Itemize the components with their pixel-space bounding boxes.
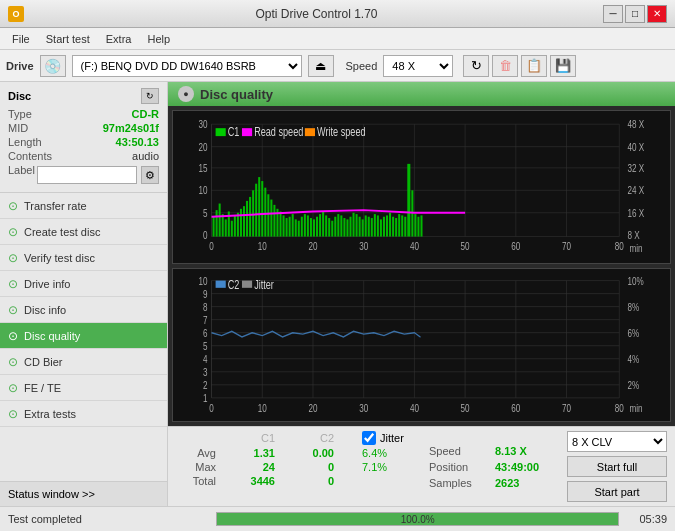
svg-rect-65 [295,219,297,236]
minimize-button[interactable]: ─ [603,5,623,23]
svg-rect-67 [301,217,303,237]
content-area: ● Disc quality [168,82,675,506]
svg-text:30: 30 [359,240,368,252]
svg-rect-83 [349,217,351,237]
disc-title-row: Disc ↻ [8,88,159,104]
svg-text:6: 6 [203,327,208,340]
sidebar-item-label: Extra tests [24,408,76,420]
max-label: Max [176,461,216,473]
eject-button[interactable]: ⏏ [308,55,334,77]
disc-type-label: Type [8,108,32,120]
c2-chart-svg: 10 9 8 7 6 5 4 3 2 1 0 10 20 30 40 50 [173,269,670,421]
avg-label: Avg [176,447,216,459]
sidebar-item-transfer-rate[interactable]: ⊙ Transfer rate [0,193,167,219]
svg-text:4: 4 [203,353,208,366]
sidebar-item-label: Disc quality [24,330,80,342]
disc-label-input[interactable] [37,166,137,184]
svg-text:30: 30 [359,402,368,415]
sidebar-item-label: Drive info [24,278,70,290]
sidebar-item-disc-info[interactable]: ⊙ Disc info [0,297,167,323]
svg-text:10%: 10% [627,274,643,287]
eraser-button[interactable]: 🗑 [492,55,518,77]
sidebar-item-create-test-disc[interactable]: ⊙ Create test disc [0,219,167,245]
svg-rect-49 [246,201,248,237]
start-full-button[interactable]: Start full [567,456,667,477]
window-controls: ─ □ ✕ [603,5,667,23]
svg-rect-91 [374,214,376,236]
svg-rect-53 [258,177,260,236]
transfer-rate-icon: ⊙ [8,199,18,213]
svg-rect-100 [401,215,403,236]
refresh-button[interactable]: ↻ [463,55,489,77]
drive-select[interactable]: (F:) BENQ DVD DD DW1640 BSRB [72,55,302,77]
svg-text:60: 60 [511,402,520,415]
menu-extra[interactable]: Extra [98,31,140,47]
svg-text:24 X: 24 X [627,184,644,196]
menu-bar: File Start test Extra Help [0,28,675,50]
save-button[interactable]: 💾 [550,55,576,77]
svg-text:0: 0 [209,240,214,252]
avg-c2: 0.00 [279,447,334,459]
disc-refresh-button[interactable]: ↻ [141,88,159,104]
stats-bar: C1 C2 Jitter Avg 1.31 0.00 6.4% [168,426,675,506]
c1-chart-svg: 30 20 15 10 5 0 0 10 20 30 40 50 60 70 8… [173,111,670,263]
stats-header-row: C1 C2 Jitter [176,431,421,445]
svg-text:20: 20 [198,141,207,153]
svg-text:60: 60 [511,240,520,252]
sidebar-item-fe-te[interactable]: ⊙ FE / TE [0,375,167,401]
svg-rect-72 [316,217,318,237]
close-button[interactable]: ✕ [647,5,667,23]
svg-rect-77 [331,221,333,237]
svg-text:10: 10 [258,240,267,252]
sidebar-item-label: FE / TE [24,382,61,394]
menu-help[interactable]: Help [139,31,178,47]
svg-rect-101 [404,217,406,237]
jitter-checkbox[interactable] [362,431,376,445]
stats-total-row: Total 3446 0 [176,475,421,487]
speed-select[interactable]: 48 X [383,55,453,77]
clv-select[interactable]: 8 X CLV [567,431,667,452]
menu-file[interactable]: File [4,31,38,47]
svg-text:10: 10 [258,402,267,415]
col-c1-header: C1 [220,432,275,444]
jitter-check-section: Jitter [362,431,404,445]
svg-text:Write speed: Write speed [317,125,366,138]
svg-text:50: 50 [461,402,470,415]
sidebar-item-drive-info[interactable]: ⊙ Drive info [0,271,167,297]
disc-quality-icon: ⊙ [8,329,18,343]
copy-button[interactable]: 📋 [521,55,547,77]
sidebar-item-disc-quality[interactable]: ⊙ Disc quality [0,323,167,349]
samples-label: Samples [429,477,489,489]
menu-start-test[interactable]: Start test [38,31,98,47]
jitter-label: Jitter [380,432,404,444]
bottom-bar: Test completed 100.0% 05:39 [0,506,675,531]
disc-contents-row: Contents audio [8,150,159,162]
avg-jitter: 6.4% [362,447,387,459]
sidebar-item-cd-bier[interactable]: ⊙ CD Bier [0,349,167,375]
svg-text:1: 1 [203,392,208,405]
sidebar-item-label: CD Bier [24,356,63,368]
svg-rect-99 [398,214,400,236]
progress-text: 100.0% [217,513,618,527]
svg-rect-85 [356,214,358,236]
svg-rect-39 [216,210,218,236]
toolbar-icons: ↻ 🗑 📋 💾 [463,55,576,77]
svg-text:10: 10 [198,184,207,196]
svg-text:Read speed: Read speed [254,125,303,138]
svg-rect-160 [242,281,252,288]
samples-val: 2623 [495,477,519,489]
maximize-button[interactable]: □ [625,5,645,23]
svg-text:C1: C1 [228,125,240,138]
svg-text:2: 2 [203,379,208,392]
sidebar-item-label: Transfer rate [24,200,87,212]
sidebar-item-label: Verify test disc [24,252,95,264]
svg-text:40: 40 [410,402,419,415]
sidebar-item-verify-test-disc[interactable]: ⊙ Verify test disc [0,245,167,271]
svg-rect-102 [407,164,410,237]
sidebar-item-extra-tests[interactable]: ⊙ Extra tests [0,401,167,427]
verify-test-icon: ⊙ [8,251,18,265]
label-settings-button[interactable]: ⚙ [141,166,159,184]
status-window-button[interactable]: Status window >> [0,481,167,506]
start-part-button[interactable]: Start part [567,481,667,502]
svg-rect-47 [240,209,242,237]
